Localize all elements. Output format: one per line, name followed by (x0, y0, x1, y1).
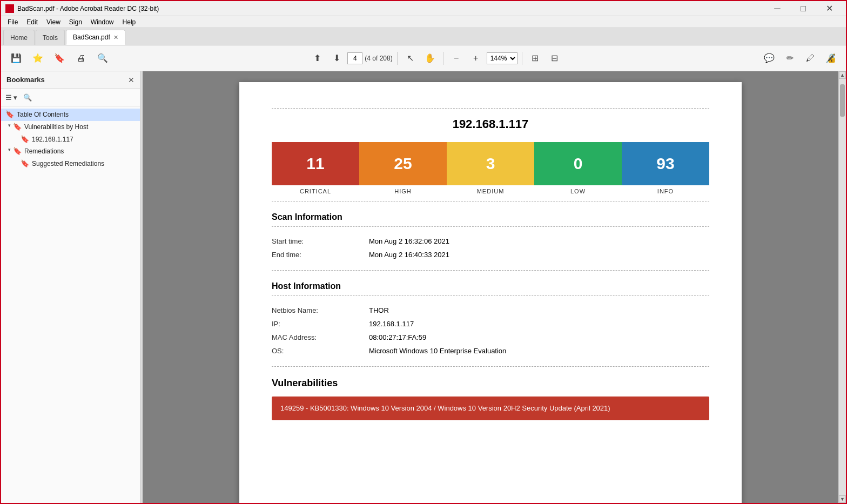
scan-end-value: Mon Aug 2 16:40:33 2021 (369, 248, 709, 261)
comment-button[interactable]: 💬 (761, 50, 778, 67)
close-button[interactable]: ✕ (817, 2, 842, 15)
vuln-item-0: 149259 - KB5001330: Windows 10 Version 2… (272, 397, 709, 420)
host-os-label: OS: (272, 344, 369, 358)
host-netbios-value: THOR (369, 304, 709, 317)
bar-high-label: HIGH (359, 185, 447, 194)
find-button[interactable]: 🔍 (94, 50, 111, 67)
bookmark-toc-icon: 🔖 (5, 110, 14, 118)
menu-help[interactable]: Help (118, 17, 140, 27)
bookmark-ip1-icon: 🔖 (21, 135, 29, 143)
tab-bar: Home Tools BadScan.pdf ✕ (1, 28, 846, 45)
scan-end-row: End time: Mon Aug 2 16:40:33 2021 (272, 248, 709, 261)
scan-start-label: Start time: (272, 234, 369, 248)
pdf-area[interactable]: 192.168.1.117 11 CRITICAL 25 HIGH (143, 71, 838, 503)
menu-window[interactable]: Window (86, 17, 118, 27)
host-netbios-label: Netbios Name: (272, 304, 369, 317)
host-mac-value: 08:00:27:17:FA:59 (369, 331, 709, 344)
menu-edit[interactable]: Edit (22, 17, 42, 27)
host-netbios-row: Netbios Name: THOR (272, 304, 709, 317)
bar-info-label: INFO (622, 185, 709, 194)
scan-info-table: Start time: Mon Aug 2 16:32:06 2021 End … (272, 234, 709, 261)
vulnerabilities-title: Vulnerabilities (272, 378, 709, 389)
bookmark-toc-label: Table Of Contents (17, 110, 69, 119)
pen-button[interactable]: ✏ (781, 50, 798, 67)
bar-medium-label: MEDIUM (447, 185, 534, 194)
main-area: Bookmarks ✕ ☰ ▾ 🔍 🔖 Table Of Contents ▾ … (1, 71, 846, 503)
stamp2-button[interactable]: 🔏 (822, 50, 839, 67)
scan-start-value: Mon Aug 2 16:32:06 2021 (369, 234, 709, 248)
scroll-up-arrow[interactable]: ▲ (839, 71, 846, 79)
scroll-thumb[interactable] (840, 84, 845, 117)
zoom-select[interactable]: 50% 75% 100% 125% 144% 150% 200% (487, 52, 517, 64)
bookmark-toc[interactable]: 🔖 Table Of Contents (1, 109, 140, 121)
bookmarks-tree: 🔖 Table Of Contents ▾ 🔖 Vulnerabilities … (1, 106, 140, 503)
menu-bar: File Edit View Sign Window Help (1, 16, 846, 28)
bar-info-value: 93 (622, 142, 709, 185)
hand-tool-button[interactable]: ✋ (421, 50, 439, 67)
toolbar-left: 💾 ⭐ 🔖 🖨 🔍 (8, 50, 111, 67)
menu-file[interactable]: File (3, 17, 22, 27)
sidebar-close-button[interactable]: ✕ (128, 76, 135, 84)
minimize-button[interactable]: ─ (765, 2, 790, 15)
stamp-button[interactable]: 🔖 (51, 50, 68, 67)
maximize-button[interactable]: □ (791, 2, 816, 15)
sidebar: Bookmarks ✕ ☰ ▾ 🔍 🔖 Table Of Contents ▾ … (1, 71, 140, 503)
bar-high-value: 25 (359, 142, 447, 185)
zoom-in-button[interactable]: + (467, 50, 485, 67)
bookmark-vuln-label: Vulnerabilities by Host (24, 123, 88, 132)
scan-info-title: Scan Information (272, 212, 709, 222)
right-scrollbar[interactable]: ▲ ▼ (838, 71, 846, 503)
page-total: (4 of 208) (365, 55, 392, 62)
window-controls: ─ □ ✕ (765, 2, 842, 15)
after-scan-dashed (272, 270, 709, 271)
host-ip-value: 192.168.1.117 (369, 317, 709, 331)
fit-width-button[interactable]: ⊟ (546, 50, 563, 67)
separator-1 (397, 52, 398, 65)
page-info: (4 of 208) (347, 52, 392, 64)
next-page-button[interactable]: ⬇ (328, 50, 345, 67)
scan-start-row: Start time: Mon Aug 2 16:32:06 2021 (272, 234, 709, 248)
tab-close-icon[interactable]: ✕ (113, 34, 118, 41)
bar-critical: 11 CRITICAL (272, 142, 359, 194)
bookmark-suggested-rem[interactable]: 🔖 Suggested Remediations (1, 158, 140, 170)
bookmark-ip1[interactable]: 🔖 192.168.1.117 (1, 133, 140, 146)
host-os-value: Microsoft Windows 10 Enterprise Evaluati… (369, 344, 709, 358)
vuln-item-0-text: 149259 - KB5001330: Windows 10 Version 2… (280, 403, 701, 414)
zoom-out-button[interactable]: − (448, 50, 465, 67)
vulnerabilities-section: Vulnerabilities 149259 - KB5001330: Wind… (272, 378, 709, 420)
tab-badscan[interactable]: BadScan.pdf ✕ (66, 30, 125, 45)
separator-3 (522, 52, 522, 65)
bar-medium: 3 MEDIUM (447, 142, 534, 194)
menu-view[interactable]: View (42, 17, 65, 27)
separator-2 (443, 52, 443, 65)
menu-sign[interactable]: Sign (65, 17, 86, 27)
prev-page-button[interactable]: ⬆ (308, 50, 326, 67)
save-button[interactable]: 💾 (8, 50, 25, 67)
cursor-tool-button[interactable]: ↖ (402, 50, 419, 67)
scroll-track[interactable] (839, 79, 846, 495)
expand-rem-icon: ▾ (5, 147, 13, 152)
host-ip-row: IP: 192.168.1.117 (272, 317, 709, 331)
tab-home[interactable]: Home (3, 30, 35, 45)
host-mac-label: MAC Address: (272, 331, 369, 344)
print-button[interactable]: 🖨 (72, 50, 90, 67)
host-mac-row: MAC Address: 08:00:27:17:FA:59 (272, 331, 709, 344)
bookmark-vuln-by-host[interactable]: ▾ 🔖 Vulnerabilities by Host (1, 121, 140, 133)
fit-page-button[interactable]: ⊞ (527, 50, 544, 67)
host-os-row: OS: Microsoft Windows 10 Enterprise Eval… (272, 344, 709, 358)
tab-tools[interactable]: Tools (36, 30, 65, 45)
bookmark-ip1-label: 192.168.1.117 (32, 135, 73, 144)
highlight-button[interactable]: 🖊 (802, 50, 819, 67)
bookmark-button[interactable]: ⭐ (29, 50, 46, 67)
bar-high: 25 HIGH (359, 142, 447, 194)
bookmark-rem-label: Remediations (24, 147, 64, 156)
sidebar-header: Bookmarks ✕ (1, 71, 140, 89)
page-number-input[interactable] (347, 52, 362, 64)
sidebar-options-button[interactable]: ☰ ▾ (4, 91, 18, 104)
app-icon (5, 4, 14, 13)
bookmark-remediations[interactable]: ▾ 🔖 Remediations (1, 145, 140, 158)
bar-low-value: 0 (534, 142, 622, 185)
sidebar-toolbar: ☰ ▾ 🔍 (1, 89, 140, 106)
sidebar-search-bookmarks-button[interactable]: 🔍 (21, 91, 35, 104)
scroll-down-arrow[interactable]: ▼ (839, 495, 846, 503)
